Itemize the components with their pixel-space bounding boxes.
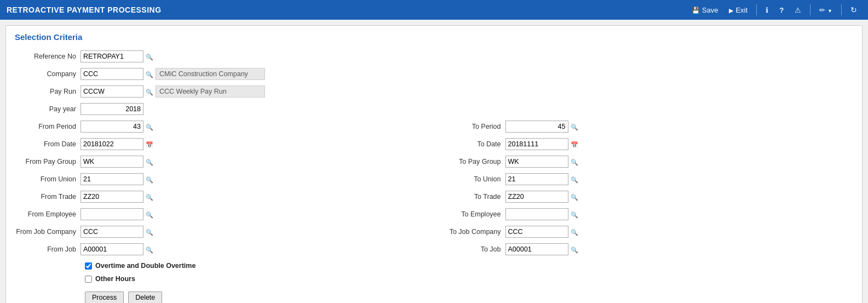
search-icon (571, 245, 578, 254)
info-button[interactable] (761, 4, 773, 16)
search-icon (571, 193, 578, 201)
warn-button[interactable] (790, 4, 806, 16)
to-pay-group-input[interactable] (505, 156, 568, 168)
to-employee-input[interactable] (505, 208, 568, 220)
to-job-company-search-button[interactable] (570, 228, 579, 236)
from-date-row: From Date (15, 137, 434, 151)
reference-no-input[interactable] (81, 50, 143, 62)
from-employee-search-button[interactable] (145, 210, 154, 219)
pay-year-input[interactable] (81, 103, 143, 115)
pay-run-label: Pay Run (15, 88, 81, 95)
process-button[interactable]: Process (85, 291, 124, 303)
from-pay-group-label: From Pay Group (15, 158, 81, 165)
search-icon (571, 228, 578, 236)
to-pay-group-search-button[interactable] (570, 158, 579, 166)
calendar-icon (146, 140, 153, 148)
company-desc: CMiC Construction Company (156, 68, 265, 80)
delete-button[interactable]: Delete (128, 291, 162, 303)
form-left: Reference No Company CMiC Construction C… (15, 49, 434, 303)
to-period-input-group (505, 121, 579, 133)
from-pay-group-input-group (81, 156, 154, 168)
to-employee-input-group (505, 208, 579, 220)
refresh-icon (850, 5, 857, 14)
from-period-search-button[interactable] (145, 123, 154, 131)
from-date-input-group (81, 138, 154, 150)
to-employee-row: To Employee (445, 207, 854, 221)
to-pay-group-label: To Pay Group (445, 158, 505, 165)
refresh-button[interactable] (846, 3, 861, 16)
to-employee-search-button[interactable] (570, 210, 579, 219)
pay-run-input[interactable] (81, 85, 143, 98)
to-period-label: To Period (445, 123, 505, 130)
reference-no-search-button[interactable] (145, 53, 154, 61)
from-employee-label: From Employee (15, 210, 81, 218)
to-period-input[interactable] (505, 121, 568, 133)
company-input[interactable] (81, 68, 143, 80)
title-bar-actions: Save Exit (687, 3, 861, 16)
search-icon (571, 210, 578, 219)
search-icon (571, 123, 578, 131)
from-job-search-button[interactable] (145, 245, 154, 254)
edit-dropdown-icon (827, 6, 832, 14)
help-icon (779, 6, 784, 14)
from-job-input[interactable] (81, 243, 143, 255)
from-job-company-label: From Job Company (15, 228, 81, 236)
from-union-input[interactable] (81, 173, 143, 185)
to-trade-input[interactable] (505, 191, 568, 203)
checkbox-other-hours[interactable] (85, 276, 92, 283)
company-search-button[interactable] (145, 70, 154, 78)
to-union-search-button[interactable] (570, 175, 579, 184)
from-job-row: From Job (15, 242, 434, 256)
pay-run-desc: CCC Weekly Pay Run (156, 85, 265, 98)
to-date-row: To Date (445, 137, 854, 151)
pay-run-search-button[interactable] (145, 88, 154, 96)
checkbox-overtime-label: Overtime and Double Overtime (95, 262, 196, 270)
to-job-row: To Job (445, 242, 854, 256)
to-job-input[interactable] (505, 243, 568, 255)
to-job-company-input-group (505, 226, 579, 238)
from-trade-search-button[interactable] (145, 193, 154, 201)
from-period-input[interactable] (81, 121, 143, 133)
pay-year-input-group (81, 103, 143, 115)
from-job-company-input[interactable] (81, 226, 143, 238)
save-button[interactable]: Save (687, 4, 723, 16)
separator-1 (756, 4, 757, 15)
from-period-row: From Period (15, 119, 434, 134)
from-employee-input[interactable] (81, 208, 143, 220)
help-button[interactable] (775, 4, 788, 16)
to-trade-input-group (505, 191, 579, 203)
to-date-cal-button[interactable] (570, 140, 579, 148)
to-date-input-group (505, 138, 579, 150)
from-job-company-search-button[interactable] (145, 228, 154, 236)
pay-run-row: Pay Run CCC Weekly Pay Run (15, 84, 434, 99)
to-job-company-label: To Job Company (445, 228, 505, 236)
search-icon (146, 193, 153, 201)
from-union-input-group (81, 173, 154, 185)
search-icon (571, 175, 578, 184)
exit-button[interactable]: Exit (725, 4, 752, 16)
exit-icon (729, 6, 733, 14)
to-union-input[interactable] (505, 173, 568, 185)
search-icon (146, 158, 153, 166)
to-trade-search-button[interactable] (570, 193, 579, 201)
checkbox-overtime[interactable] (85, 262, 92, 270)
search-icon (146, 53, 153, 61)
to-period-search-button[interactable] (570, 123, 579, 131)
to-period-row: To Period (445, 119, 854, 134)
to-job-company-input[interactable] (505, 226, 568, 238)
from-trade-input[interactable] (81, 191, 143, 203)
from-pay-group-search-button[interactable] (145, 158, 154, 166)
from-date-input[interactable] (81, 138, 143, 150)
company-row: Company CMiC Construction Company (15, 67, 434, 81)
from-job-label: From Job (15, 245, 81, 253)
reference-no-row: Reference No (15, 49, 434, 64)
separator-3 (841, 4, 842, 15)
to-union-label: To Union (445, 175, 505, 183)
to-date-input[interactable] (505, 138, 568, 150)
from-union-search-button[interactable] (145, 175, 154, 184)
from-pay-group-input[interactable] (81, 156, 143, 168)
from-date-cal-button[interactable] (145, 140, 154, 148)
to-job-search-button[interactable] (570, 245, 579, 254)
edit-button[interactable] (815, 4, 837, 16)
to-employee-label: To Employee (445, 210, 505, 218)
